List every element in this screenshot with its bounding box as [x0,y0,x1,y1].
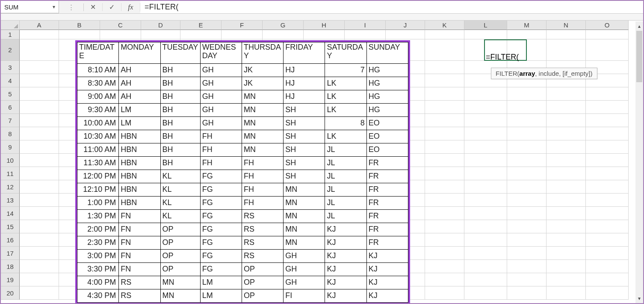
table-cell[interactable]: AH [119,90,160,104]
table-cell[interactable]: SH [284,143,325,157]
table-cell[interactable]: OP [160,263,200,276]
cell-M13[interactable] [507,194,547,207]
cell-O20[interactable] [586,286,629,300]
table-cell[interactable]: HJ [284,64,325,77]
table-cell[interactable]: KL [160,210,200,223]
table-cell[interactable]: FN [119,210,160,223]
table-cell[interactable]: HBN [119,157,160,170]
table-cell[interactable]: LK [325,90,366,104]
vertical-scrollbar[interactable]: ▴ ▾ [635,21,643,303]
cell-K11[interactable] [425,167,464,180]
table-cell[interactable]: KL [160,183,200,197]
row-header-17[interactable]: 17 [1,247,20,260]
table-cell[interactable]: KJ [325,263,366,276]
scroll-up-icon[interactable]: ▴ [635,22,643,30]
cell-K10[interactable] [425,154,464,167]
cell-N10[interactable] [547,154,586,167]
table-cell[interactable]: 9:30 AM [77,104,119,117]
cell-N5[interactable] [547,87,586,101]
table-cell[interactable]: JK [242,77,283,90]
cell-A15[interactable] [20,220,59,233]
cell-A14[interactable] [20,207,59,220]
table-cell[interactable]: MN [160,276,200,289]
row-header-3[interactable]: 3 [1,61,20,74]
cell-A20[interactable] [20,286,59,300]
table-cell[interactable]: FG [200,183,242,197]
table-cell[interactable]: HJ [284,77,325,90]
table-cell[interactable]: FR [366,170,408,183]
cell-L12[interactable] [464,180,507,194]
cell-M8[interactable] [507,127,547,140]
table-cell[interactable]: 11:30 AM [77,157,119,170]
cell-A19[interactable] [20,273,59,286]
table-cell[interactable]: RS [242,250,283,263]
table-cell[interactable]: KJ [325,250,366,263]
table-cell[interactable]: MN [284,183,325,197]
table-cell[interactable]: MN [242,143,283,157]
col-header-G[interactable]: G [263,21,304,30]
table-cell[interactable]: JL [325,197,366,210]
table-cell[interactable]: BH [160,157,200,170]
cell-I1[interactable] [345,30,386,39]
row-header-10[interactable]: 10 [1,154,20,167]
table-cell[interactable]: SH [284,170,325,183]
table-header-cell[interactable]: TUESDAY [160,42,200,64]
cell-A5[interactable] [20,87,59,101]
table-header-cell[interactable]: MONDAY [119,42,160,64]
cell-M18[interactable] [507,260,547,273]
table-cell[interactable]: HG [366,104,408,117]
table-cell[interactable]: RS [119,289,160,303]
cell-O11[interactable] [586,167,629,180]
cell-K16[interactable] [425,233,464,247]
table-cell[interactable]: FH [200,143,242,157]
table-cell[interactable]: HBN [119,197,160,210]
cell-O15[interactable] [586,220,629,233]
cell-N20[interactable] [547,286,586,300]
table-cell[interactable]: GH [200,64,242,77]
table-cell[interactable]: FR [366,236,408,250]
cell-N7[interactable] [547,114,586,127]
cell-L1[interactable] [464,30,507,39]
cell-A18[interactable] [20,260,59,273]
cell-L15[interactable] [464,220,507,233]
col-header-K[interactable]: K [425,21,464,30]
scroll-thumb[interactable] [636,31,642,82]
table-cell[interactable]: OP [160,250,200,263]
table-cell[interactable]: KJ [366,289,408,303]
table-cell[interactable]: GH [200,117,242,130]
table-cell[interactable]: 1:30 PM [77,210,119,223]
table-cell[interactable]: AH [119,77,160,90]
table-cell[interactable]: MN [284,197,325,210]
cell-N13[interactable] [547,194,586,207]
col-header-D[interactable]: D [141,21,180,30]
cell-A16[interactable] [20,233,59,247]
row-header-4[interactable]: 4 [1,74,20,87]
row-header-6[interactable]: 6 [1,101,20,114]
col-header-B[interactable]: B [59,21,100,30]
table-cell[interactable]: FH [200,130,242,143]
cell-O2[interactable] [586,39,629,61]
table-cell[interactable]: BH [160,130,200,143]
row-header-20[interactable]: 20 [1,286,20,300]
table-cell[interactable]: FN [119,263,160,276]
cell-O1[interactable] [586,30,629,39]
col-header-H[interactable]: H [304,21,345,30]
row-header-16[interactable]: 16 [1,233,20,247]
schedule-table[interactable]: TIME/DATEMONDAYTUESDAYWEDNESDAYTHURSDAYF… [75,40,410,304]
table-cell[interactable]: 8:30 AM [77,77,119,90]
table-cell[interactable]: 8 [325,117,366,130]
cell-M6[interactable] [507,101,547,114]
row-header-18[interactable]: 18 [1,260,20,273]
cell-M11[interactable] [507,167,547,180]
table-cell[interactable]: FG [200,223,242,236]
table-cell[interactable]: GH [284,250,325,263]
cell-K3[interactable] [425,61,464,74]
table-cell[interactable]: FG [200,236,242,250]
cell-K12[interactable] [425,180,464,194]
table-cell[interactable]: HBN [119,143,160,157]
cell-L14[interactable] [464,207,507,220]
table-cell[interactable]: FR [366,210,408,223]
cell-A12[interactable] [20,180,59,194]
table-cell[interactable]: KJ [325,289,366,303]
table-cell[interactable]: 9:00 AM [77,90,119,104]
